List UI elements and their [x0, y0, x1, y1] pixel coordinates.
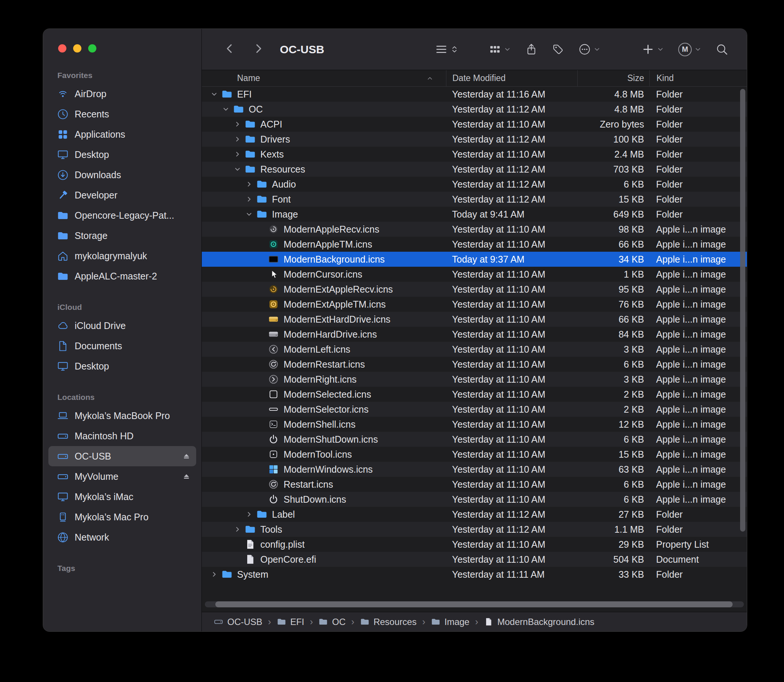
sidebar-item-opencore-legacy-pat[interactable]: Opencore-Legacy-Pat...	[48, 205, 196, 225]
file-row-modernshutdown-icns[interactable]: ModernShutDown.icnsYesterday at 11:10 AM…	[202, 432, 747, 447]
file-row-modernbackground-icns[interactable]: ModernBackground.icnsToday at 9:37 AM34 …	[202, 252, 747, 267]
file-row-audio[interactable]: AudioYesterday at 11:12 AM6 KBFolder	[202, 177, 747, 192]
disclosure-chevron[interactable]	[231, 165, 244, 173]
file-row-kexts[interactable]: KextsYesterday at 11:10 AM2.4 MBFolder	[202, 147, 747, 162]
file-row-acpi[interactable]: ACPIYesterday at 11:10 AMZero bytesFolde…	[202, 117, 747, 132]
disclosure-chevron[interactable]	[243, 180, 255, 188]
sidebar-item-mykolagrymalyuk[interactable]: mykolagrymalyuk	[48, 246, 196, 266]
file-row-font[interactable]: FontYesterday at 11:12 AM15 KBFolder	[202, 192, 747, 207]
path-item-resources[interactable]: Resources	[360, 617, 417, 627]
path-item-oc-usb[interactable]: OC-USB	[214, 617, 262, 627]
file-row-moderntool-icns[interactable]: ModernTool.icnsYesterday at 11:10 AM15 K…	[202, 447, 747, 462]
sidebar-item-developer[interactable]: Developer	[48, 185, 196, 205]
column-header-size[interactable]: Size	[577, 70, 649, 86]
column-header-name[interactable]: Name	[202, 70, 446, 86]
path-separator: ›	[422, 617, 425, 627]
file-row-config-plist[interactable]: config.plistYesterday at 11:10 AM29 KBPr…	[202, 537, 747, 552]
file-date: Today at 9:37 AM	[446, 254, 577, 265]
eject-button[interactable]	[182, 472, 191, 481]
eject-button[interactable]	[182, 452, 191, 461]
file-row-label[interactable]: LabelYesterday at 11:12 AM27 KBFolder	[202, 507, 747, 522]
file-row-system[interactable]: SystemYesterday at 11:11 AM33 KBFolder	[202, 567, 747, 582]
fullscreen-button[interactable]	[88, 44, 96, 53]
sidebar-item-storage[interactable]: Storage	[48, 225, 196, 246]
sidebar-item-airdrop[interactable]: AirDrop	[48, 84, 196, 104]
sidebar-item-icloud-drive[interactable]: iCloud Drive	[48, 316, 196, 336]
minimize-button[interactable]	[73, 44, 81, 53]
file-row-drivers[interactable]: DriversYesterday at 11:12 AM100 KBFolder	[202, 132, 747, 147]
disclosure-chevron[interactable]	[231, 525, 244, 534]
file-row-modernright-icns[interactable]: ModernRight.icnsYesterday at 11:10 AM3 K…	[202, 372, 747, 387]
file-row-restart-icns[interactable]: Restart.icnsYesterday at 11:10 AM6 KBApp…	[202, 477, 747, 492]
file-row-image[interactable]: ImageToday at 9:41 AM649 KBFolder	[202, 207, 747, 222]
more-actions-button[interactable]	[578, 43, 601, 56]
tag-button[interactable]	[552, 43, 564, 56]
file-row-modernselected-icns[interactable]: ModernSelected.icnsYesterday at 11:10 AM…	[202, 387, 747, 402]
file-row-tools[interactable]: ToolsYesterday at 11:12 AM1.1 MBFolder	[202, 522, 747, 537]
path-item-image[interactable]: Image	[431, 617, 470, 627]
disclosure-chevron[interactable]	[220, 105, 232, 113]
back-button[interactable]	[221, 41, 238, 58]
disclosure-chevron[interactable]	[243, 210, 255, 218]
file-row-efi[interactable]: EFIYesterday at 11:16 AM4.8 MBFolder	[202, 87, 747, 102]
file-row-moderncursor-icns[interactable]: ModernCursor.icnsYesterday at 11:10 AM1 …	[202, 267, 747, 282]
sidebar-item-applealc-master-2[interactable]: AppleALC-master-2	[48, 266, 196, 286]
close-button[interactable]	[58, 44, 66, 53]
account-button[interactable]: M	[678, 43, 701, 56]
sidebar-item-mykola-s-mac-pro[interactable]: Mykola’s Mac Pro	[48, 507, 196, 527]
horizontal-scrollbar-track[interactable]	[205, 601, 744, 607]
group-by-button[interactable]	[489, 43, 511, 56]
file-row-modernleft-icns[interactable]: ModernLeft.icnsYesterday at 11:10 AM3 KB…	[202, 342, 747, 357]
sidebar-item-desktop[interactable]: Desktop	[48, 356, 196, 376]
file-row-modernappletm-icns[interactable]: ModernAppleTM.icnsYesterday at 11:10 AM6…	[202, 237, 747, 252]
forward-button[interactable]	[250, 41, 266, 58]
file-size: 3 KB	[577, 344, 649, 355]
vertical-scrollbar-thumb[interactable]	[740, 89, 745, 532]
file-row-modernselector-icns[interactable]: ModernSelector.icnsYesterday at 11:10 AM…	[202, 402, 747, 417]
file-row-modernapplerecv-icns[interactable]: ModernAppleRecv.icnsYesterday at 11:10 A…	[202, 222, 747, 237]
file-row-modernextapplerecv-icns[interactable]: ModernExtAppleRecv.icnsYesterday at 11:1…	[202, 282, 747, 297]
file-name: ModernExtHardDrive.icns	[284, 314, 390, 325]
file-row-oc[interactable]: OCYesterday at 11:12 AM4.8 MBFolder	[202, 102, 747, 117]
disclosure-chevron[interactable]	[208, 570, 221, 578]
sidebar-item-mykola-s-imac[interactable]: Mykola’s iMac	[48, 486, 196, 507]
sidebar-item-mykola-s-macbook-pro[interactable]: Mykola’s MacBook Pro	[48, 406, 196, 426]
sidebar-item-label: Macintosh HD	[75, 431, 134, 441]
disclosure-chevron[interactable]	[231, 135, 244, 143]
search-button[interactable]	[716, 43, 728, 56]
sidebar-item-macintosh-hd[interactable]: Macintosh HD	[48, 426, 196, 446]
file-row-modernextharddrive-icns[interactable]: ModernExtHardDrive.icnsYesterday at 11:1…	[202, 312, 747, 327]
file-row-opencore-efi[interactable]: OpenCore.efiYesterday at 11:10 AM504 KBD…	[202, 552, 747, 567]
sidebar-item-network[interactable]: Network	[48, 527, 196, 547]
path-item-modernbackground-icns[interactable]: ModernBackground.icns	[484, 617, 594, 627]
disclosure-chevron[interactable]	[243, 510, 255, 518]
share-button[interactable]	[525, 43, 537, 56]
file-row-resources[interactable]: ResourcesYesterday at 11:12 AM703 KBFold…	[202, 162, 747, 177]
file-row-modernrestart-icns[interactable]: ModernRestart.icnsYesterday at 11:10 AM6…	[202, 357, 747, 372]
disclosure-chevron[interactable]	[231, 150, 244, 158]
path-item-efi[interactable]: EFI	[277, 617, 304, 627]
sidebar-item-desktop[interactable]: Desktop	[48, 144, 196, 165]
sidebar-item-applications[interactable]: Applications	[48, 124, 196, 144]
file-row-modernshell-icns[interactable]: ModernShell.icnsYesterday at 11:10 AM12 …	[202, 417, 747, 432]
column-header-date-modified[interactable]: Date Modified	[446, 70, 577, 86]
disclosure-chevron[interactable]	[243, 195, 255, 203]
sidebar-item-documents[interactable]: Documents	[48, 336, 196, 356]
column-header-kind[interactable]: Kind	[649, 70, 747, 86]
file-row-shutdown-icns[interactable]: ShutDown.icnsYesterday at 11:10 AM6 KBAp…	[202, 492, 747, 507]
disclosure-chevron[interactable]	[231, 120, 244, 128]
file-kind: Apple i...n image	[649, 359, 747, 370]
file-row-modernwindows-icns[interactable]: ModernWindows.icnsYesterday at 11:10 AM6…	[202, 462, 747, 477]
new-item-button[interactable]	[642, 43, 664, 56]
sidebar-item-recents[interactable]: Recents	[48, 104, 196, 124]
disclosure-chevron[interactable]	[208, 90, 221, 98]
sidebar-item-myvolume[interactable]: MyVolume	[48, 466, 196, 486]
path-item-oc[interactable]: OC	[319, 617, 346, 627]
file-row-modernharddrive-icns[interactable]: ModernHardDrive.icnsYesterday at 11:10 A…	[202, 327, 747, 342]
file-row-modernextappletm-icns[interactable]: ModernExtAppleTM.icnsYesterday at 11:10 …	[202, 297, 747, 312]
sidebar-item-downloads[interactable]: Downloads	[48, 165, 196, 185]
sidebar-item-oc-usb[interactable]: OC-USB	[48, 446, 196, 466]
indent-spacer	[208, 499, 254, 500]
view-options-button[interactable]	[435, 43, 459, 56]
horizontal-scrollbar-thumb[interactable]	[215, 601, 733, 607]
